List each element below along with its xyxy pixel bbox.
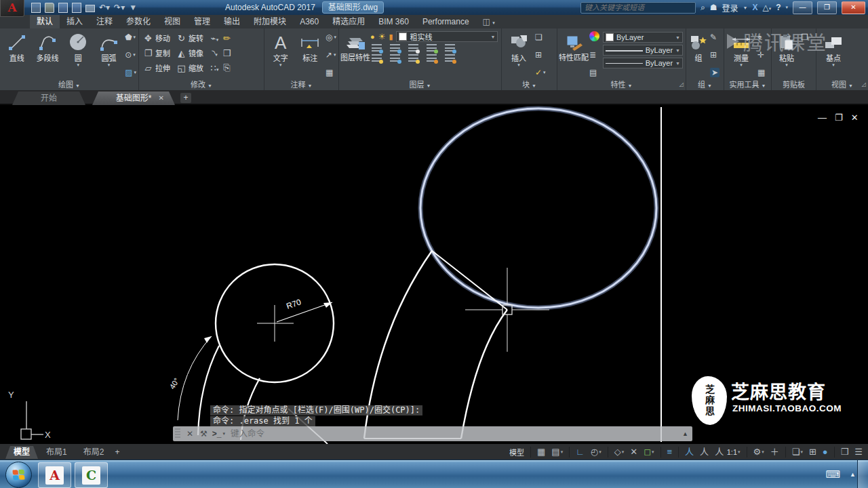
show-desktop-button[interactable]	[857, 460, 868, 488]
graphics-performance-icon[interactable]: ●	[823, 445, 828, 459]
layer-lock-icon[interactable]: ▮	[389, 33, 393, 41]
large-circle-glow[interactable]	[420, 108, 656, 308]
a360-icon[interactable]: △▾	[762, 3, 771, 12]
ribbon-tab-performance[interactable]: Performance	[416, 15, 476, 28]
block-attach-icon[interactable]: ✓▾	[535, 68, 546, 77]
panel-title-utilities[interactable]: 实用工具 ▼	[724, 80, 771, 90]
offset-icon[interactable]: ⎘	[222, 62, 232, 73]
annotation-monitor-icon[interactable]: ＋	[770, 445, 779, 459]
annotation-autoscale-icon[interactable]: 人	[700, 445, 709, 459]
print-icon[interactable]	[85, 5, 95, 12]
taskbar-camtasia-button[interactable]: C	[75, 462, 108, 488]
annotation-visibility-icon[interactable]: 人	[685, 445, 694, 459]
panel-title-layers[interactable]: 图层 ▼	[339, 80, 501, 90]
ribbon-tab-home[interactable]: 默认	[30, 15, 60, 28]
table-icon[interactable]: ▦	[326, 68, 336, 77]
layer-unlock-icon[interactable]	[427, 54, 437, 62]
group-edit-icon[interactable]: ⊞	[710, 50, 719, 60]
panel-title-groups[interactable]: 组 ▼	[686, 80, 724, 90]
color-wheel-icon[interactable]	[589, 31, 599, 41]
linetype-dropdown[interactable]: ByLayer▼	[603, 58, 683, 68]
ribbon-tab-featured[interactable]: 精选应用	[326, 15, 372, 28]
layer-lock2-icon[interactable]	[427, 44, 437, 52]
start-button[interactable]	[5, 462, 32, 488]
drawing-minimize-icon[interactable]: —	[818, 113, 827, 123]
input-method-keyboard-icon[interactable]: ⌨	[825, 468, 840, 481]
lineweight-dropdown[interactable]: ByLayer▼	[603, 45, 683, 56]
block-attributes-icon[interactable]: ⊞	[535, 50, 546, 60]
layer-unisolate-icon[interactable]	[372, 54, 382, 62]
panel-expander-icon[interactable]: ◿	[679, 80, 684, 89]
ribbon-tab-manage[interactable]: 管理	[187, 15, 217, 28]
customize-icon[interactable]: ☰	[854, 445, 863, 459]
panel-title-draw[interactable]: 绘图 ▼	[0, 80, 138, 90]
insert-button[interactable]: 插入▾	[503, 30, 534, 80]
quick-properties-icon[interactable]: ⊞	[809, 445, 816, 459]
layer-off-icon[interactable]	[408, 44, 418, 52]
ribbon-tab-view[interactable]: 视图	[157, 15, 187, 28]
panel-title-annotation[interactable]: 注释 ▼	[264, 80, 338, 90]
ribbon-tab-parametric[interactable]: 参数化	[119, 15, 157, 28]
ribbon-tab-output[interactable]: 输出	[217, 15, 247, 28]
isometric-drafting-icon[interactable]: ◇▾	[614, 445, 625, 459]
move-button[interactable]: 移动	[155, 33, 170, 43]
help-dropdown-icon[interactable]: ▾	[785, 5, 788, 10]
exchange-apps-icon[interactable]: X	[752, 3, 757, 12]
panel-title-block[interactable]: 块 ▼	[502, 80, 557, 90]
multileader-icon[interactable]: ↗▾	[326, 50, 336, 60]
ribbon-tab-annotate[interactable]: 注释	[90, 15, 119, 28]
autocad-logo-icon[interactable]: A	[0, 0, 24, 17]
ellipse-icon[interactable]: ⊙▾	[125, 50, 136, 60]
redo-icon[interactable]: ↷▾	[114, 3, 125, 12]
open-file-icon[interactable]	[45, 3, 54, 13]
polar-tracking-icon[interactable]: ◴▾	[591, 445, 601, 459]
command-close-icon[interactable]: ✕	[186, 429, 193, 439]
search-input[interactable]	[580, 2, 696, 14]
new-file-icon[interactable]	[31, 3, 41, 13]
mirror-button[interactable]: 镜像	[189, 47, 203, 58]
drawing-canvas[interactable]: R70 40° Y X — ❐ ✕ 命令: 指定对角点或 [栏选	[0, 105, 868, 444]
command-bar[interactable]: ✕ ⚒ >_▾ ▲	[173, 426, 692, 441]
trim-icon[interactable]: ⌁▾	[210, 33, 220, 43]
ribbon-tab-bim360[interactable]: BIM 360	[372, 15, 416, 28]
scale-button[interactable]: 缩放	[189, 62, 203, 73]
layer-walk-icon[interactable]	[408, 54, 418, 62]
fillet-icon[interactable]: ◝▾	[210, 48, 220, 58]
command-input[interactable]	[229, 428, 682, 439]
linetype-list-icon[interactable]: ▤	[589, 68, 599, 77]
layer-properties-button[interactable]: 图层特性	[340, 30, 370, 80]
polyline-button[interactable]: 多段线	[32, 30, 62, 80]
workspace-gear-icon[interactable]: ⚙▾	[753, 445, 764, 459]
layer-freeze-icon[interactable]	[390, 44, 400, 52]
command-customize-wrench-icon[interactable]: ⚒	[200, 429, 208, 439]
panel-title-view[interactable]: 视图 ▼◿	[816, 80, 868, 90]
polygon-icon[interactable]: ⬟▾	[125, 33, 136, 42]
panel-expander-icon[interactable]: ◿	[862, 80, 866, 89]
panel-title-properties[interactable]: 特性 ▼◿	[557, 80, 686, 90]
rotate-button[interactable]: 旋转	[189, 33, 203, 43]
arc-button[interactable]: 圆弧▾	[94, 30, 124, 80]
tray-expand-icon[interactable]: ▲	[850, 471, 856, 478]
circle-button[interactable]: 圆▾	[63, 30, 94, 80]
ortho-icon[interactable]: ∟	[576, 445, 585, 459]
layer-dropdown[interactable]: 粗实线 ▼	[396, 31, 498, 42]
undo-icon[interactable]: ↶▾	[99, 3, 110, 12]
copy-button[interactable]: 复制	[155, 47, 170, 58]
match-properties-button[interactable]: 特性匹配	[559, 30, 589, 80]
layout-tab-layout1[interactable]: 布局1	[38, 446, 75, 459]
new-drawing-tab-icon[interactable]: +	[180, 93, 191, 103]
clean-screen-icon[interactable]: ❒	[841, 445, 849, 459]
command-prompt-icon[interactable]: >_▾	[212, 429, 225, 439]
ribbon-tab-insert[interactable]: 插入	[60, 15, 90, 28]
new-layout-icon[interactable]: +	[115, 447, 119, 457]
layout-tab-layout2[interactable]: 布局2	[75, 446, 113, 459]
layer-thaw-sun-icon[interactable]: ☀	[378, 32, 386, 41]
dimension-button[interactable]: 标注	[296, 30, 326, 80]
qat-dropdown-icon[interactable]: ▼	[129, 3, 137, 12]
band-inner-arc[interactable]	[461, 310, 507, 439]
radius-dimension-line[interactable]	[277, 302, 332, 322]
stretch-button[interactable]: 拉伸	[155, 62, 170, 73]
restore-button[interactable]: ❐	[817, 1, 837, 14]
ribbon-minimize-icon[interactable]: ◫ ▾	[476, 15, 502, 28]
leader-icon[interactable]: ◎▾	[326, 33, 336, 42]
